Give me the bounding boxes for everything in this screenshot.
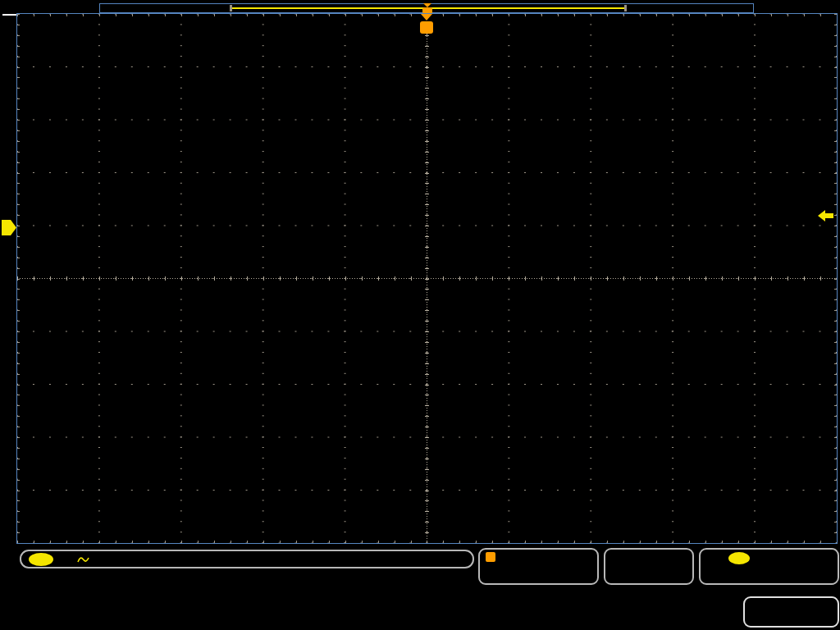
record-view-bar[interactable] [99, 3, 754, 13]
window-bracket-left [230, 5, 232, 11]
ch1-readout-badge[interactable] [20, 550, 474, 568]
trigger-position-arrow-icon [421, 14, 432, 21]
ch1-waveform [17, 14, 837, 543]
ch1-ground-marker[interactable] [2, 220, 16, 235]
acquisition-readout-box[interactable] [604, 548, 694, 585]
trigger-t-icon [486, 552, 495, 562]
window-bracket-right [624, 5, 627, 11]
coupling-sine-icon [77, 554, 92, 565]
datetime-box [743, 596, 839, 628]
trigger-readout-box[interactable] [699, 548, 839, 585]
trigger-delay-readout [486, 552, 591, 562]
ch1-number-icon [29, 553, 53, 566]
horizontal-readout-box[interactable] [478, 548, 599, 585]
trigger-position-t-icon [420, 21, 433, 34]
trigger-source-icon [728, 552, 750, 564]
trigger-position-marker[interactable] [419, 14, 434, 34]
